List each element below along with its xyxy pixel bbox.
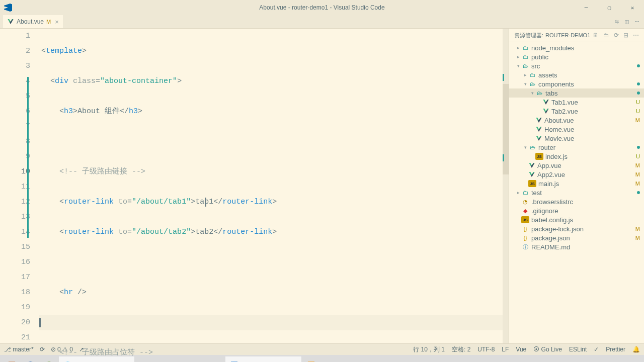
tab-label: About.vue <box>17 18 44 25</box>
tree-item[interactable]: {}package-lock.jsonM <box>509 224 644 233</box>
eslint-indicator[interactable]: ESLint <box>569 346 587 353</box>
maximize-button[interactable]: ▢ <box>598 0 621 15</box>
file-tree[interactable]: ▸🗀node_modules▸🗀public▾🗁src▸🗀assets▾🗁com… <box>509 42 644 343</box>
tree-item[interactable]: ▾🗁tabs <box>509 88 644 98</box>
tree-item[interactable]: ◆.gitignore <box>509 206 644 215</box>
tree-item[interactable]: ▾🗁router <box>509 143 644 152</box>
tree-item[interactable]: App2.vueM <box>509 170 644 179</box>
tab-modified-badge: M <box>46 19 51 25</box>
window-title: About.vue - router-demo1 - Visual Studio… <box>259 4 384 11</box>
tree-item[interactable]: ▾🗁components <box>509 79 644 88</box>
tree-item[interactable]: JSmain.jsM <box>509 179 644 188</box>
tree-item[interactable]: ⓘREADME.md <box>509 242 644 251</box>
go-live-button[interactable]: ⦿ Go Live <box>533 346 562 353</box>
editor-tabs: About.vue M × ⇆ ◫ ⋯ <box>0 15 644 29</box>
notifications-icon[interactable]: 🔔 <box>632 346 640 353</box>
tree-item[interactable]: {}package.jsonM <box>509 233 644 242</box>
text-cursor-in-editor <box>205 198 206 207</box>
explorer-sidebar: 资源管理器: ROUTER-DEMO1 🗎 🗀 ⟳ ⊟ ⋯ ▸🗀node_mod… <box>509 29 644 343</box>
more-icon[interactable]: ⋯ <box>633 32 639 39</box>
collapse-icon[interactable]: ⊟ <box>623 32 628 39</box>
tree-item[interactable]: Tab2.vueU <box>509 107 644 116</box>
taskbar-item[interactable]: 🪟 <box>3 356 21 362</box>
minimap[interactable] <box>503 29 509 343</box>
code-area[interactable]: <template> <div class="about-container">… <box>39 29 503 343</box>
explorer-header: 资源管理器: ROUTER-DEMO1 🗎 🗀 ⟳ ⊟ ⋯ <box>509 29 644 42</box>
eslint-check-icon: ✓ <box>594 346 599 353</box>
split-icon[interactable]: ◫ <box>625 18 629 26</box>
new-folder-icon[interactable]: 🗀 <box>603 32 609 39</box>
tree-item[interactable]: ▸🗀assets <box>509 70 644 79</box>
title-bar: About.vue - router-demo1 - Visual Studio… <box>0 0 644 15</box>
branch-indicator[interactable]: ⎇ master* <box>4 346 34 353</box>
tree-item[interactable]: ▸🗀public <box>509 52 644 61</box>
tab-about-vue[interactable]: About.vue M × <box>3 15 63 28</box>
refresh-icon[interactable]: ⟳ <box>614 32 619 39</box>
new-file-icon[interactable]: 🗎 <box>593 32 599 39</box>
taskbar-item[interactable]: 🔵 <box>22 356 39 362</box>
compare-icon[interactable]: ⇆ <box>615 18 619 26</box>
tab-close-icon[interactable]: × <box>55 18 59 26</box>
eol-indicator[interactable]: LF <box>502 346 509 353</box>
tree-item[interactable]: App.vueM <box>509 161 644 170</box>
tree-item[interactable]: Home.vue <box>509 125 644 134</box>
close-button[interactable]: ✕ <box>621 0 644 15</box>
tree-item[interactable]: About.vueM <box>509 116 644 125</box>
vscode-icon <box>4 4 12 12</box>
tree-item[interactable]: Movie.vue <box>509 134 644 143</box>
more-icon[interactable]: ⋯ <box>635 18 639 26</box>
vue-icon <box>7 18 14 25</box>
tree-item[interactable]: JSindex.jsU <box>509 152 644 161</box>
line-gutter: 123 456 789 101112 131415 161718 192021 <box>0 29 39 343</box>
tree-item[interactable]: ◔.browserslistrc <box>509 197 644 206</box>
minimize-button[interactable]: ─ <box>575 0 598 15</box>
cursor <box>39 318 41 327</box>
editor[interactable]: 123 456 789 101112 131415 161718 192021 … <box>0 29 509 343</box>
tree-item[interactable]: ▸🗀test <box>509 188 644 197</box>
language-mode[interactable]: Vue <box>516 346 526 353</box>
tree-item[interactable]: Tab1.vueU <box>509 98 644 107</box>
tree-item[interactable]: JSbabel.config.js <box>509 215 644 224</box>
tree-item[interactable]: ▸🗀node_modules <box>509 43 644 52</box>
prettier-indicator[interactable]: Prettier <box>606 346 625 353</box>
tree-item[interactable]: ▾🗁src <box>509 61 644 70</box>
